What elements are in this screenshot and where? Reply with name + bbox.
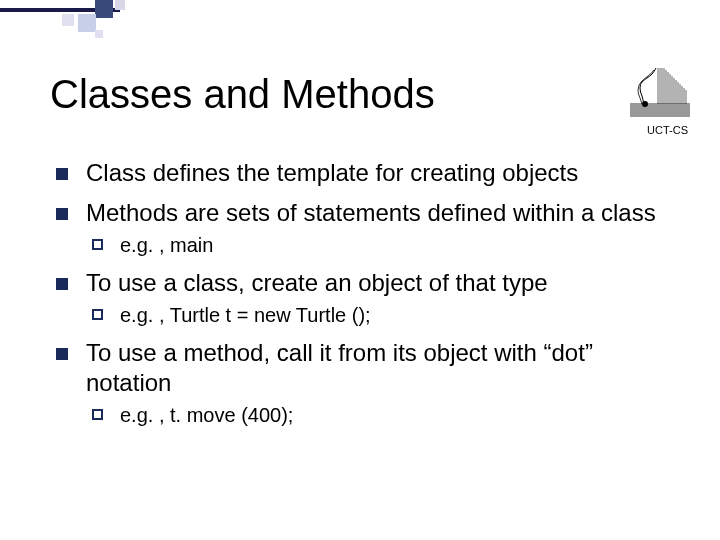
sub-bullet-item: e.g. , t. move (400); [86,402,680,428]
square-bullet-icon [56,208,68,220]
tag-label: UCT-CS [647,124,688,136]
sub-bullet-label: e.g. , [120,234,164,256]
slide-content: Class defines the template for creating … [50,158,680,438]
logo-icon [630,68,690,118]
sub-bullet-item: e.g. , Turtle t = new Turtle (); [86,302,680,328]
open-square-bullet-icon [92,239,103,250]
square-bullet-icon [56,278,68,290]
corner-decoration [0,0,160,60]
bullet-text: Methods are sets of statements defined w… [86,199,656,226]
sub-bullet-rest: t. move (400); [164,404,293,426]
bullet-text: To use a method, call it from its object… [86,339,593,396]
svg-point-23 [642,101,648,107]
bullet-item: To use a method, call it from its object… [50,338,680,428]
sub-bullet-item: e.g. , main [86,232,680,258]
open-square-bullet-icon [92,309,103,320]
square-bullet-icon [56,348,68,360]
slide-title: Classes and Methods [50,72,435,117]
bullet-item: Class defines the template for creating … [50,158,680,188]
bullet-text: To use a class, create an object of that… [86,269,548,296]
sub-bullet-rest: Turtle t = new Turtle (); [164,304,370,326]
square-bullet-icon [56,168,68,180]
sub-bullet-label: e.g. , [120,404,164,426]
bullet-item: Methods are sets of statements defined w… [50,198,680,258]
bullet-item: To use a class, create an object of that… [50,268,680,328]
open-square-bullet-icon [92,409,103,420]
bullet-text: Class defines the template for creating … [86,159,578,186]
sub-bullet-label: e.g. , [120,304,164,326]
sub-bullet-rest: main [164,234,213,256]
